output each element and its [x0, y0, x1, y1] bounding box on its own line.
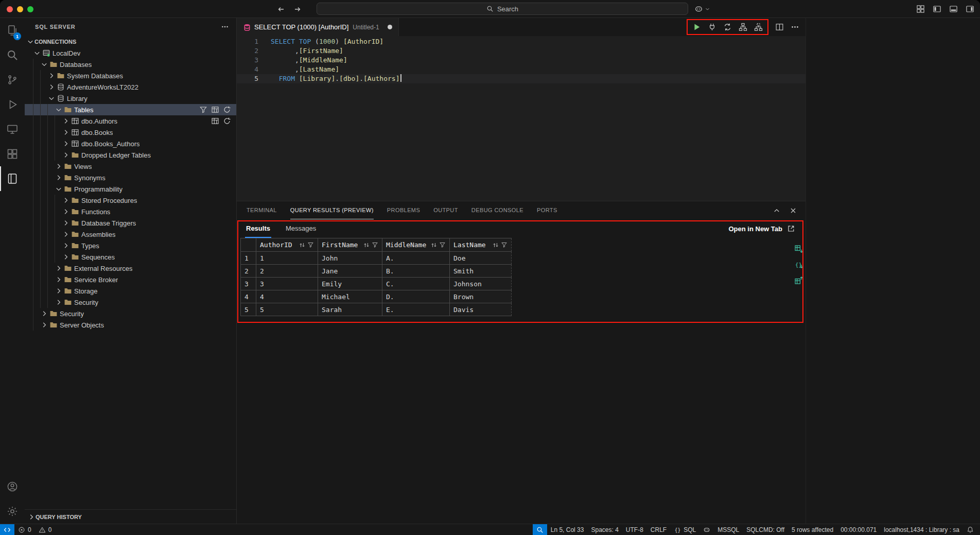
status-copilot-status[interactable]: [699, 524, 714, 535]
sort-icon[interactable]: [430, 241, 437, 249]
tree-item-external-resources[interactable]: External Resources: [25, 263, 236, 274]
result-cell[interactable]: 1: [256, 252, 318, 265]
result-row-3[interactable]: 33EmilyC.Johnson: [241, 278, 512, 290]
code-line-4[interactable]: 4 ,[LastName]: [237, 65, 806, 74]
status-remote-indicator[interactable]: [0, 524, 14, 535]
refresh-icon[interactable]: [223, 106, 231, 114]
back-arrow-icon[interactable]: [277, 5, 285, 13]
panel-tab-ports[interactable]: PORTS: [537, 201, 557, 219]
panel-tab-terminal[interactable]: TERMINAL: [247, 201, 277, 219]
status-rows-affected[interactable]: 5 rows affected: [788, 524, 837, 535]
editor-more-actions-icon[interactable]: [791, 23, 799, 31]
result-cell[interactable]: 4: [256, 290, 318, 303]
panel-left-icon[interactable]: [933, 5, 941, 13]
result-row-1[interactable]: 11JohnA.Doe: [241, 252, 512, 265]
status-eol[interactable]: CRLF: [647, 524, 670, 535]
enable-actual-plan-icon[interactable]: [754, 23, 763, 31]
save-excel-icon[interactable]: [794, 275, 803, 285]
result-cell[interactable]: Doe: [450, 252, 512, 265]
sort-icon[interactable]: [363, 241, 370, 249]
result-cell[interactable]: D.: [382, 290, 450, 303]
result-cell[interactable]: Sarah: [318, 303, 382, 316]
result-row-5[interactable]: 55SarahE.Davis: [241, 303, 512, 316]
activity-item-sql-server[interactable]: [0, 166, 25, 191]
row-number[interactable]: 2: [241, 265, 256, 278]
activity-item-remote-explorer[interactable]: [0, 117, 25, 142]
status-language-mode[interactable]: {}SQL: [670, 524, 699, 535]
result-cell[interactable]: E.: [382, 303, 450, 316]
tree-item-synonyms[interactable]: Synonyms: [25, 172, 236, 183]
maximize-panel-icon[interactable]: [773, 206, 781, 215]
save-json-icon[interactable]: {}: [794, 260, 803, 269]
result-cell[interactable]: Johnson: [450, 278, 512, 290]
tree-item-service-broker[interactable]: Service Broker: [25, 274, 236, 285]
tree-item-dbo-authors[interactable]: dbo.Authors: [25, 115, 236, 127]
activity-item-settings[interactable]: [0, 499, 25, 524]
filter-icon[interactable]: [307, 241, 314, 248]
modified-indicator[interactable]: [388, 25, 392, 29]
row-number[interactable]: 3: [241, 278, 256, 290]
result-cell[interactable]: 5: [256, 303, 318, 316]
forward-arrow-icon[interactable]: [293, 5, 302, 13]
tree-item-dbo-books[interactable]: dbo.Books: [25, 127, 236, 138]
result-cell[interactable]: Davis: [450, 303, 512, 316]
result-cell[interactable]: Brown: [450, 290, 512, 303]
panel-tab-query-results-preview[interactable]: QUERY RESULTS (PREVIEW): [290, 201, 374, 219]
result-cell[interactable]: Jane: [318, 265, 382, 278]
sort-icon[interactable]: [299, 241, 306, 249]
activity-item-accounts[interactable]: [0, 474, 25, 499]
estimated-plan-icon[interactable]: [739, 23, 747, 31]
tree-item-dropped-ledger-tables[interactable]: Dropped Ledger Tables: [25, 149, 236, 161]
result-cell[interactable]: A.: [382, 252, 450, 265]
tree-item-views[interactable]: Views: [25, 161, 236, 172]
column-header-middlename[interactable]: MiddleName: [382, 238, 450, 252]
code-line-5[interactable]: 5 FROM [Library].[dbo].[Authors]: [237, 74, 806, 83]
result-cell[interactable]: Smith: [450, 265, 512, 278]
activity-item-extensions[interactable]: [0, 142, 25, 166]
status-zoom-indicator[interactable]: [533, 524, 547, 535]
activity-item-explorer[interactable]: 1: [0, 18, 25, 43]
tree-item-localdev[interactable]: LocalDev: [25, 47, 236, 59]
filter-icon[interactable]: [501, 241, 507, 248]
tree-item-system-databases[interactable]: System Databases: [25, 70, 236, 81]
column-header-firstname[interactable]: FirstName: [318, 238, 382, 252]
status-warnings[interactable]: 0: [35, 524, 58, 535]
run-query-icon[interactable]: [692, 23, 701, 31]
code-line-3[interactable]: 3 ,[MiddleName]: [237, 56, 806, 65]
tree-item-security[interactable]: Security: [25, 297, 236, 308]
result-cell[interactable]: Michael: [318, 290, 382, 303]
result-cell[interactable]: 3: [256, 278, 318, 290]
tree-item-assemblies[interactable]: Assemblies: [25, 229, 236, 240]
tree-item-library[interactable]: Library: [25, 93, 236, 104]
close-panel-icon[interactable]: [789, 206, 797, 215]
tree-item-database-triggers[interactable]: Database Triggers: [25, 217, 236, 229]
tree-item-programmability[interactable]: Programmability: [25, 183, 236, 195]
tree-item-stored-procedures[interactable]: Stored Procedures: [25, 195, 236, 206]
editor-tab[interactable]: SELECT TOP (1000) [AuthorID] Untitled-1: [237, 18, 399, 36]
activity-item-run-and-debug[interactable]: [0, 92, 25, 117]
sidebar-more-actions-icon[interactable]: [221, 23, 229, 31]
tree-item-storage[interactable]: Storage: [25, 285, 236, 297]
status-connection-info[interactable]: localhost,1434 : Library : sa: [880, 524, 963, 535]
tree-item-security[interactable]: Security: [25, 308, 236, 319]
panel-right-icon[interactable]: [966, 5, 974, 13]
code-line-2[interactable]: 2 ,[FirstName]: [237, 46, 806, 56]
filter-icon[interactable]: [372, 241, 378, 248]
close-window-button[interactable]: [7, 6, 13, 12]
row-number[interactable]: 5: [241, 303, 256, 316]
row-number[interactable]: 1: [241, 252, 256, 265]
status-sqlcmd-status[interactable]: SQLCMD: Off: [743, 524, 788, 535]
open-in-new-tab-button[interactable]: Open in New Tab: [729, 225, 796, 233]
result-cell[interactable]: Emily: [318, 278, 382, 290]
maximize-window-button[interactable]: [27, 6, 33, 12]
result-row-2[interactable]: 22JaneB.Smith: [241, 265, 512, 278]
panel-bottom-icon[interactable]: [949, 5, 958, 13]
command-center-search[interactable]: Search: [317, 3, 688, 15]
copilot-menu[interactable]: [694, 0, 710, 18]
tree-item-sequences[interactable]: Sequences: [25, 251, 236, 263]
status-cursor-position[interactable]: Ln 5, Col 33: [547, 524, 588, 535]
column-header-authorid[interactable]: AuthorID: [256, 238, 318, 252]
status-query-duration[interactable]: 00:00:00.071: [837, 524, 880, 535]
status-mssql-provider[interactable]: MSSQL: [714, 524, 743, 535]
panel-tab-output[interactable]: OUTPUT: [433, 201, 458, 219]
